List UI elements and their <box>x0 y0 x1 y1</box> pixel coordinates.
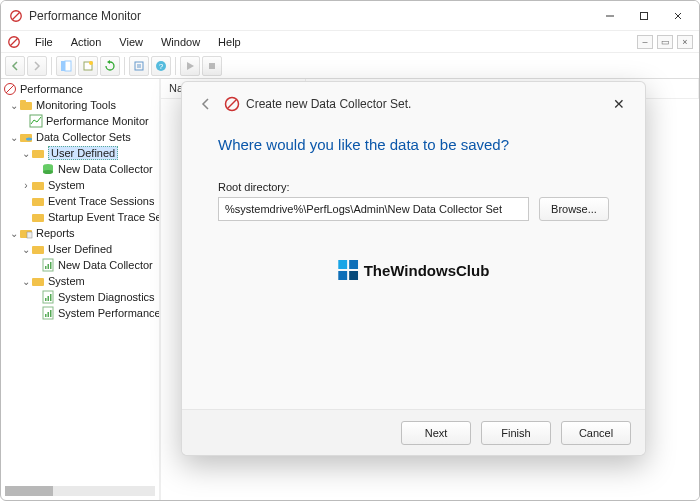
expand-icon[interactable]: › <box>21 180 31 191</box>
minimize-button[interactable] <box>597 6 623 26</box>
tree-user-defined[interactable]: User Defined <box>48 146 118 160</box>
svg-line-49 <box>228 100 236 108</box>
titlebar: Performance Monitor <box>1 1 699 31</box>
svg-rect-50 <box>338 260 347 269</box>
svg-rect-42 <box>48 296 50 301</box>
stop-button[interactable] <box>202 56 222 76</box>
collapse-icon[interactable]: ⌄ <box>9 228 19 239</box>
maximize-button[interactable] <box>631 6 657 26</box>
watermark-text: TheWindowsClub <box>364 262 490 279</box>
report-icon <box>41 258 55 272</box>
tree-root[interactable]: Performance <box>20 83 83 95</box>
svg-rect-21 <box>20 100 26 103</box>
svg-point-24 <box>26 138 32 141</box>
svg-rect-8 <box>61 61 65 71</box>
menu-action[interactable]: Action <box>63 34 110 50</box>
svg-rect-45 <box>45 314 47 317</box>
wizard-dialog: Create new Data Collector Set. ✕ Where w… <box>181 81 646 456</box>
collapse-icon[interactable]: ⌄ <box>9 132 19 143</box>
new-button[interactable] <box>78 56 98 76</box>
svg-line-7 <box>11 38 18 45</box>
refresh-button[interactable] <box>100 56 120 76</box>
tree-pane: Performance ⌄Monitoring Tools Performanc… <box>1 79 161 500</box>
mdi-minimize-button[interactable]: – <box>637 35 653 49</box>
forward-button[interactable] <box>27 56 47 76</box>
svg-rect-47 <box>50 310 52 317</box>
folder-icon <box>19 98 33 112</box>
tree-system[interactable]: System <box>48 179 85 191</box>
finish-button[interactable]: Finish <box>481 421 551 445</box>
tree-perfmon[interactable]: Performance Monitor <box>46 115 149 127</box>
back-arrow-button[interactable] <box>196 94 216 114</box>
watermark: TheWindowsClub <box>338 260 490 280</box>
svg-line-19 <box>6 85 14 93</box>
show-hide-tree-button[interactable] <box>56 56 76 76</box>
svg-rect-38 <box>50 262 52 269</box>
wizard-icon <box>224 96 240 112</box>
menu-view[interactable]: View <box>111 34 151 50</box>
svg-text:?: ? <box>159 62 164 71</box>
next-button[interactable]: Next <box>401 421 471 445</box>
menu-help[interactable]: Help <box>210 34 249 50</box>
folder-icon <box>31 242 45 256</box>
svg-rect-20 <box>20 102 32 110</box>
svg-rect-31 <box>32 214 44 222</box>
tree-scrollbar[interactable] <box>5 486 155 496</box>
cancel-button[interactable]: Cancel <box>561 421 631 445</box>
svg-rect-43 <box>50 294 52 301</box>
tree-r-user-defined[interactable]: User Defined <box>48 243 112 255</box>
start-button[interactable] <box>180 56 200 76</box>
properties-button[interactable] <box>129 56 149 76</box>
tree-monitoring-tools[interactable]: Monitoring Tools <box>36 99 116 111</box>
windows-icon <box>338 260 358 280</box>
tree-r-new-dc[interactable]: New Data Collector <box>58 259 153 271</box>
back-button[interactable] <box>5 56 25 76</box>
folder-icon <box>31 178 45 192</box>
tree-reports[interactable]: Reports <box>36 227 75 239</box>
close-button[interactable] <box>665 6 691 26</box>
folder-icon <box>31 274 45 288</box>
tree-sets[interactable]: Startup Event Trace Sess <box>48 211 159 223</box>
tree-r-system[interactable]: System <box>48 275 85 287</box>
tree-ets[interactable]: Event Trace Sessions <box>48 195 154 207</box>
svg-rect-25 <box>32 150 44 158</box>
collapse-icon[interactable]: ⌄ <box>21 244 31 255</box>
root-directory-label: Root directory: <box>218 181 609 193</box>
dialog-close-button[interactable]: ✕ <box>607 92 631 116</box>
tree-dcs[interactable]: Data Collector Sets <box>36 131 131 143</box>
collapse-icon[interactable]: ⌄ <box>21 148 31 159</box>
tree-r-sys-perf[interactable]: System Performance <box>58 307 159 319</box>
browse-button[interactable]: Browse... <box>539 197 609 221</box>
collapse-icon[interactable]: ⌄ <box>21 276 31 287</box>
wizard-title: Create new Data Collector Set. <box>246 97 411 111</box>
svg-rect-41 <box>45 298 47 301</box>
menu-window[interactable]: Window <box>153 34 208 50</box>
collapse-icon[interactable]: ⌄ <box>9 100 19 111</box>
menu-file[interactable]: File <box>27 34 61 50</box>
svg-rect-51 <box>349 260 358 269</box>
mdi-restore-button[interactable]: ▭ <box>657 35 673 49</box>
svg-point-11 <box>89 61 93 65</box>
svg-rect-53 <box>349 271 358 280</box>
menubar: File Action View Window Help – ▭ × <box>1 31 699 53</box>
app-menu-icon[interactable] <box>7 35 21 49</box>
tree-r-sys-diag[interactable]: System Diagnostics <box>58 291 155 303</box>
tree[interactable]: Performance ⌄Monitoring Tools Performanc… <box>1 79 159 486</box>
root-directory-input[interactable] <box>218 197 529 221</box>
mdi-close-button[interactable]: × <box>677 35 693 49</box>
perf-icon <box>3 82 17 96</box>
help-button[interactable]: ? <box>151 56 171 76</box>
folder-icon <box>31 194 45 208</box>
report-icon <box>41 306 55 320</box>
folder-icon <box>31 146 45 160</box>
svg-point-28 <box>43 170 53 174</box>
svg-rect-17 <box>209 63 215 69</box>
svg-rect-3 <box>641 12 648 19</box>
tree-new-dc[interactable]: New Data Collector <box>58 163 153 175</box>
app-window: Performance Monitor File Action View Win… <box>0 0 700 501</box>
svg-rect-46 <box>48 312 50 317</box>
svg-rect-36 <box>45 266 47 269</box>
toolbar: ? <box>1 53 699 79</box>
app-icon <box>9 9 23 23</box>
svg-rect-30 <box>32 198 44 206</box>
